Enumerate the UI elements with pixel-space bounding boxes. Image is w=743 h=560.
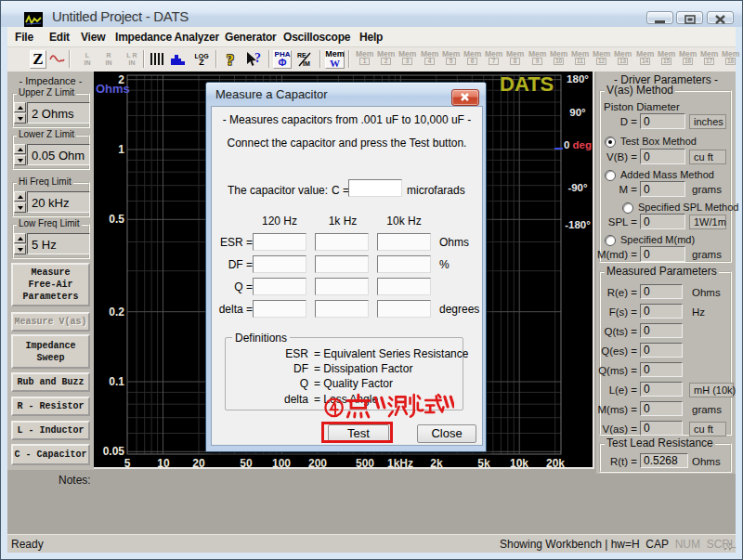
svg-text:IM: IM — [303, 60, 310, 67]
svg-text:RE: RE — [297, 52, 306, 59]
svg-text:?: ? — [254, 51, 261, 65]
